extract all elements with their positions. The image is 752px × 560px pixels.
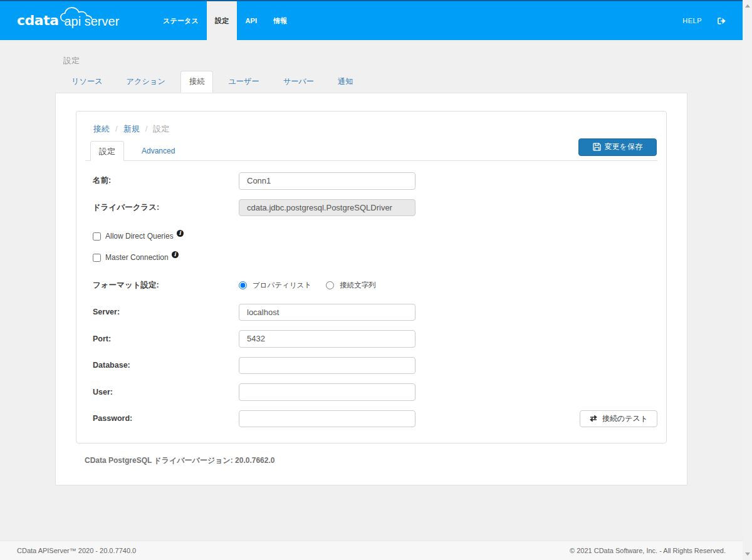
master-connection-checkbox[interactable]: [93, 254, 101, 262]
tab-notifications[interactable]: 通知: [329, 71, 362, 93]
breadcrumb-separator: /: [140, 124, 154, 133]
breadcrumb-separator: /: [110, 124, 123, 133]
connection-panel: 接続/新規/設定 設定 Advanced 変更を保存 名前:: [76, 111, 667, 443]
vertical-scrollbar[interactable]: [743, 0, 752, 560]
main-navigation: ステータス 設定 API 情報: [155, 1, 296, 40]
master-connection-row: Master Connection i: [93, 252, 658, 262]
password-input[interactable]: [239, 410, 415, 428]
footer-copyright-text: © 2021 CData Software, Inc. - All Rights…: [570, 547, 726, 554]
topbar-right: HELP: [682, 1, 726, 40]
tab-connections[interactable]: 接続: [180, 71, 213, 93]
test-connection-label: 接続のテスト: [602, 413, 648, 424]
info-icon[interactable]: i: [172, 251, 179, 258]
port-label: Port:: [93, 334, 239, 343]
tab-connection-advanced[interactable]: Advanced: [133, 141, 184, 161]
name-input[interactable]: [239, 172, 415, 190]
logo-product-text: api server: [65, 15, 120, 28]
breadcrumb-new-link[interactable]: 新規: [123, 124, 140, 133]
logo-cdata-text: cdata: [17, 14, 59, 28]
database-input[interactable]: [239, 357, 415, 375]
brand-logo[interactable]: cdata api server: [17, 1, 145, 40]
master-connection-label: Master Connection: [105, 253, 169, 262]
connection-tabs: 設定 Advanced: [85, 141, 657, 161]
port-input[interactable]: [239, 330, 415, 348]
server-input[interactable]: [239, 304, 415, 321]
viewport: cdata api server ステータス 設定 API 情報 HELP: [0, 0, 743, 560]
tab-actions[interactable]: アクション: [118, 71, 174, 93]
connection-string-radio[interactable]: [326, 281, 334, 289]
port-row: Port:: [93, 330, 658, 348]
connection-string-option: 接続文字列: [326, 281, 376, 290]
password-label: Password:: [93, 414, 239, 423]
user-input[interactable]: [239, 383, 415, 401]
page-title: 設定: [63, 55, 80, 66]
help-link[interactable]: HELP: [682, 17, 702, 24]
tab-server[interactable]: サーバー: [274, 71, 323, 93]
database-label: Database:: [93, 361, 239, 370]
test-connection-button[interactable]: 接続のテスト: [580, 410, 657, 428]
driver-class-label: ドライバークラス:: [93, 202, 239, 213]
allow-direct-queries-label: Allow Direct Queries: [105, 232, 174, 241]
property-list-radio[interactable]: [239, 281, 247, 289]
nav-item-settings[interactable]: 設定: [207, 1, 237, 40]
footer: CData APIServer™ 2020 - 20.0.7740.0 © 20…: [0, 541, 743, 560]
driver-class-input: [239, 199, 415, 217]
name-label: 名前:: [93, 175, 239, 186]
server-label: Server:: [93, 308, 239, 316]
allow-direct-queries-row: Allow Direct Queries i: [93, 231, 658, 241]
info-icon[interactable]: i: [177, 230, 184, 237]
format-settings-row: フォーマット設定: プロパティリスト 接続文字列: [93, 279, 658, 291]
tab-connection-settings[interactable]: 設定: [90, 141, 124, 161]
format-radio-group: プロパティリスト 接続文字列: [239, 281, 390, 290]
server-row: Server:: [93, 304, 658, 321]
database-row: Database:: [93, 357, 658, 375]
format-settings-label: フォーマット設定:: [93, 280, 239, 291]
nav-item-status[interactable]: ステータス: [155, 1, 207, 40]
nav-item-info[interactable]: 情報: [265, 1, 295, 40]
breadcrumb-connections-link[interactable]: 接続: [93, 124, 110, 133]
scrollbar-up-arrow[interactable]: [743, 1, 752, 11]
driver-version-text: CData PostgreSQL ドライバーバージョン: 20.0.7662.0: [85, 455, 274, 466]
exchange-icon: [589, 415, 598, 422]
property-list-option: プロパティリスト: [239, 281, 311, 290]
connection-string-label: 接続文字列: [340, 281, 376, 290]
user-label: User:: [93, 388, 239, 397]
connection-form: 名前: ドライバークラス: Allow Direct Queries i Mas…: [76, 161, 666, 427]
password-row: Password: 接続のテスト: [93, 410, 658, 428]
save-changes-label: 変更を保存: [605, 142, 642, 152]
nav-item-api[interactable]: API: [237, 1, 265, 40]
name-row: 名前:: [93, 172, 658, 190]
allow-direct-queries-checkbox[interactable]: [93, 232, 101, 241]
save-icon: [593, 143, 601, 151]
connections-card: 接続/新規/設定 設定 Advanced 変更を保存 名前:: [55, 93, 687, 485]
user-row: User:: [93, 383, 658, 401]
driver-class-row: ドライバークラス:: [93, 199, 658, 217]
breadcrumb-current: 設定: [153, 124, 169, 133]
top-navigation-bar: cdata api server ステータス 設定 API 情報 HELP: [0, 0, 743, 40]
breadcrumb: 接続/新規/設定: [76, 111, 666, 141]
footer-version-text: CData APIServer™ 2020 - 20.0.7740.0: [17, 547, 136, 554]
save-changes-button[interactable]: 変更を保存: [578, 138, 657, 156]
logout-icon[interactable]: [718, 18, 726, 24]
tab-resources[interactable]: リソース: [63, 71, 112, 93]
settings-tabs: リソース アクション 接続 ユーザー サーバー 通知: [63, 71, 368, 93]
tab-users[interactable]: ユーザー: [219, 71, 268, 93]
property-list-label: プロパティリスト: [253, 281, 311, 290]
scrollbar-down-arrow[interactable]: [743, 549, 752, 559]
